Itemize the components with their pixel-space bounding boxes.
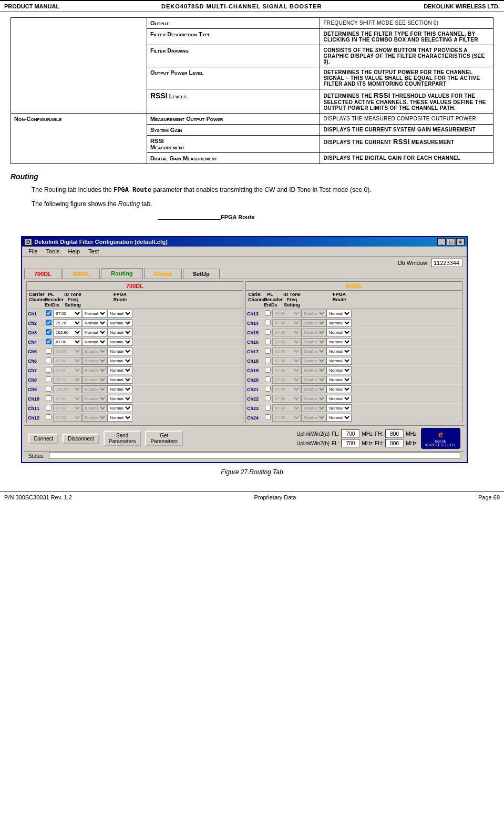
ch-tone-select[interactable]: Disable [82,376,107,384]
ch-checkbox[interactable] [265,339,271,344]
ch-route-select[interactable]: Normal [107,366,132,374]
ch-tone-select[interactable]: Disable [301,347,326,355]
ch-checkbox[interactable] [46,414,52,420]
ch-freq-select[interactable]: 67.00 [53,404,82,412]
ch-route-select[interactable]: Normal [107,404,132,412]
ch-checkbox[interactable] [265,357,271,363]
ch-route-select[interactable]: Normal [107,376,132,384]
ch-tone-select[interactable]: Normal [82,338,107,346]
ch-checkbox[interactable] [265,320,271,325]
tab-setup[interactable]: SetUp [183,269,220,279]
ch-tone-select[interactable]: Normal [82,319,107,327]
disconnect-button[interactable]: Disconnect [63,434,99,444]
ch-route-select[interactable]: Normal [107,329,132,336]
tab-700dl[interactable]: 700DL [24,269,61,279]
ch-freq-select[interactable]: 67.00 [53,357,82,365]
ch-route-select[interactable]: Normal [326,376,352,384]
ch-route-select[interactable]: Normal [326,404,352,412]
fl-a-input[interactable] [341,429,359,438]
ch-freq-select[interactable]: 67.00 [53,310,82,318]
ch-route-select[interactable]: Normal [326,357,352,365]
ch-tone-select[interactable]: Disable [82,357,107,365]
ch-tone-select[interactable]: Disable [82,385,107,393]
fh-b-input[interactable] [385,439,404,447]
ch-tone-select[interactable]: Disable [301,357,326,365]
ch-checkbox[interactable] [46,348,52,354]
ch-checkbox[interactable] [265,329,271,335]
ch-checkbox[interactable] [46,376,52,382]
ch-freq-select[interactable]: 79.70 [53,319,82,327]
ch-tone-select[interactable]: Disable [82,347,107,355]
ch-freq-select[interactable]: 79.70 [53,376,82,384]
ch-checkbox[interactable] [265,310,271,316]
ch-tone-select[interactable]: Disable [301,366,326,374]
ch-route-select[interactable]: Normal [107,357,132,365]
ch-tone-select[interactable]: Disable [301,404,326,412]
ch-checkbox[interactable] [265,405,271,411]
ch-freq-select[interactable]: 67.00 [272,329,301,336]
ch-checkbox[interactable] [46,357,52,363]
maximize-button[interactable]: □ [447,238,455,245]
ch-tone-select[interactable]: Disable [301,338,326,346]
ch-checkbox[interactable] [46,395,52,401]
fh-a-input[interactable] [385,429,404,438]
ch-freq-select[interactable]: 67.00 [272,376,301,384]
ch-freq-select[interactable]: 67.00 [53,366,82,374]
close-button[interactable]: × [456,238,465,245]
ch-freq-select[interactable]: 67.00 [53,395,82,403]
ch-checkbox[interactable] [265,386,271,392]
menu-test[interactable]: Test [84,248,103,255]
ch-tone-select[interactable]: Disable [82,366,107,374]
fl-b-input[interactable] [341,439,359,447]
ch-freq-select[interactable]: 67.00 [272,338,301,346]
ch-checkbox[interactable] [265,414,271,420]
ch-tone-select[interactable]: Disable [301,376,326,384]
ch-checkbox[interactable] [46,339,52,344]
ch-route-select[interactable]: Normal [326,329,352,336]
ch-checkbox[interactable] [46,329,52,335]
ch-checkbox[interactable] [265,376,271,382]
ch-freq-select[interactable]: 162.80 [53,385,82,393]
ch-checkbox[interactable] [265,395,271,401]
menu-help[interactable]: Help [64,248,84,255]
ch-freq-select[interactable]: 67.00 [53,414,82,422]
get-parameters-button[interactable]: GetParameters [145,431,183,446]
ch-freq-select[interactable]: 67.00 [272,395,301,403]
ch-tone-select[interactable]: Disable [301,329,326,336]
ch-tone-select[interactable]: Disable [301,310,326,318]
ch-checkbox[interactable] [46,320,52,325]
ch-freq-select[interactable]: 67.00 [272,310,301,318]
ch-freq-select[interactable]: 67.00 [53,347,82,355]
ch-freq-select[interactable]: 67.00 [272,366,301,374]
ch-route-select[interactable]: Normal [326,338,352,346]
ch-freq-select[interactable]: 67.00 [272,414,301,422]
ch-checkbox[interactable] [46,405,52,411]
ch-route-select[interactable]: Normal [107,395,132,403]
ch-route-select[interactable]: Normal [107,338,132,346]
ch-route-select[interactable]: Normal [107,319,132,327]
ch-freq-select[interactable]: 67.00 [272,357,301,365]
ch-checkbox[interactable] [265,348,271,354]
win-buttons[interactable]: _ □ × [437,238,465,245]
ch-route-select[interactable]: Normal [326,395,352,403]
ch-route-select[interactable]: Normal [107,414,132,422]
minimize-button[interactable]: _ [437,238,446,245]
tab-global[interactable]: Global [144,269,182,279]
ch-route-select[interactable]: Normal [326,347,352,355]
ch-tone-select[interactable]: Disable [301,414,326,422]
ch-route-select[interactable]: Normal [107,385,132,393]
tab-800dl[interactable]: 800DL [63,269,100,279]
ch-checkbox[interactable] [265,367,271,373]
ch-checkbox[interactable] [46,386,52,392]
ch-route-select[interactable]: Normal [107,347,132,355]
ch-freq-select[interactable]: 67.00 [272,347,301,355]
ch-tone-select[interactable]: Disable [301,385,326,393]
tab-routing[interactable]: Routing [101,268,143,279]
ch-freq-select[interactable]: 67.00 [272,385,301,393]
ch-freq-select[interactable]: 67.00 [53,338,82,346]
ch-tone-select[interactable]: Disable [82,414,107,422]
ch-tone-select[interactable]: Normal [82,329,107,336]
ch-tone-select[interactable]: Disable [301,395,326,403]
ch-route-select[interactable]: Normal [326,310,352,318]
ch-route-select[interactable]: Normal [326,366,352,374]
